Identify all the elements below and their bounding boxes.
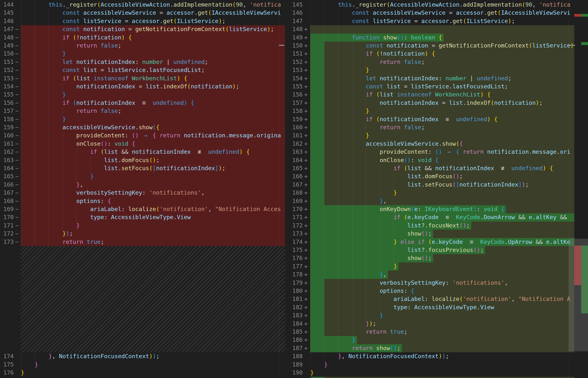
code-line[interactable]: 178+}, <box>285 270 588 279</box>
code-line[interactable]: 164+onClose(): void { <box>285 156 588 164</box>
code-line[interactable]: 151+if (!notification) { <box>285 50 588 58</box>
code-line[interactable]: 152−const list = listService.lastFocused… <box>0 66 285 74</box>
code-line[interactable]: 184+}); <box>285 320 588 328</box>
code-line[interactable]: 159+if (notificationIndex ≡ undefined) { <box>285 115 588 124</box>
code-line[interactable]: 168+} <box>285 189 588 197</box>
code-line[interactable]: 156−if (notificationIndex ≡ undefined) { <box>0 99 285 107</box>
code-line[interactable]: 149−return false; <box>0 42 285 50</box>
code-line[interactable]: 170+onKeyDown(e: IKeyboardEvent): void { <box>285 205 588 214</box>
code-content: const notification = getNotificationFrom… <box>21 25 285 33</box>
code-line[interactable]: 163−list.domFocus(); <box>0 156 285 164</box>
code-line[interactable]: 153−if (list instanceof WorkbenchList) { <box>0 74 285 83</box>
code-line[interactable]: 163+provideContent: () ⇒ { return notifi… <box>285 148 588 156</box>
code-line[interactable]: 176} <box>0 369 285 377</box>
code-line[interactable]: 175+list?.focusPrevious(); <box>285 246 588 254</box>
code-line[interactable]: 189} <box>285 361 588 369</box>
code-line[interactable]: 158+} <box>285 107 588 115</box>
code-line[interactable]: 155+const list = listService.lastFocused… <box>285 82 588 91</box>
code-line[interactable]: 162+accessibleViewService.show({ <box>285 140 588 148</box>
code-line[interactable]: 180+options: { <box>285 287 588 295</box>
modified-editor-pane[interactable]: 144});145this._register(AccessibleViewAc… <box>285 0 588 378</box>
code-line[interactable]: 160−provideContent: () ⇒ { return notifi… <box>0 132 285 140</box>
code-line[interactable]: 171+if (e.keyCode ≡ KeyCode.DownArrow &&… <box>285 213 588 222</box>
code-line[interactable]: 144this._register(AccessibleViewAction.a… <box>0 1 285 9</box>
code-line[interactable]: 174}, NotificationFocusedContext)); <box>0 352 285 361</box>
code-line[interactable]: 167−verbositySettingKey: 'notifications'… <box>0 189 285 197</box>
code-line[interactable]: 191+ <box>285 377 588 378</box>
token: ( <box>97 1 100 8</box>
code-line[interactable]: 154−notificationIndex = list.indexOf(not… <box>0 82 285 91</box>
code-line[interactable]: 173+show(); <box>285 230 588 238</box>
line-number: 159 <box>285 115 303 123</box>
code-line[interactable]: 175} <box>0 361 285 369</box>
code-line[interactable]: 152+return false; <box>285 58 588 66</box>
code-line[interactable]: 148+ <box>285 25 588 34</box>
code-line[interactable]: 181+ariaLabel: localize('notification', … <box>285 295 588 303</box>
code-line[interactable]: 185+return true; <box>285 328 588 336</box>
code-line[interactable]: 160+return false; <box>285 123 588 132</box>
code-line[interactable]: 153+} <box>285 66 588 74</box>
token: : <box>439 75 445 82</box>
code-line[interactable]: 166+list.domFocus(); <box>285 172 588 181</box>
code-line[interactable]: 146const accessibleViewService = accesso… <box>285 9 588 17</box>
gutter-cell: 176+ <box>285 254 310 262</box>
code-line[interactable]: 190} <box>285 369 588 377</box>
code-line[interactable]: 165−} <box>0 172 285 181</box>
code-line[interactable]: 168−options: { <box>0 197 285 205</box>
diff-sign: + <box>303 172 309 180</box>
code-line[interactable]: 156+if (list instanceof WorkbenchList) { <box>285 91 588 99</box>
indent-guide <box>352 320 366 328</box>
code-line[interactable]: 172−}); <box>0 230 285 238</box>
code-line[interactable]: 164−list.setFocus([notificationIndex]); <box>0 164 285 173</box>
token: accessibleViewService <box>373 9 445 16</box>
code-line[interactable]: 177+} <box>285 262 588 271</box>
code-line[interactable]: 183+} <box>285 311 588 320</box>
code-line[interactable]: 167+list.setFocus([notificationIndex]); <box>285 181 588 189</box>
code-line[interactable]: 166−}, <box>0 181 285 189</box>
code-line[interactable]: 150−} <box>0 50 285 58</box>
code-line[interactable]: 171−} <box>0 222 285 230</box>
code-line[interactable]: 179+verbositySettingKey: 'notifications'… <box>285 279 588 287</box>
code-line[interactable]: 158−} <box>0 115 285 124</box>
code-line[interactable]: 170−type: AccessibleViewType.View <box>0 213 285 222</box>
code-line[interactable]: 145const accessibleViewService = accesso… <box>0 9 285 17</box>
code-line[interactable]: 146const listService = accessor.get(ILis… <box>0 17 285 26</box>
code-line[interactable]: 188}, NotificationFocusedContext)); <box>285 352 588 361</box>
code-line[interactable]: 176+show(); <box>285 254 588 262</box>
code-line[interactable]: 172+list?.focusNext(); <box>285 222 588 230</box>
code-line[interactable]: 182+type: AccessibleViewType.View <box>285 303 588 312</box>
scrollbar-slider[interactable] <box>569 239 588 351</box>
code-line[interactable]: 174+} else if (e.keyCode ≡ KeyCode.UpArr… <box>285 238 588 246</box>
code-line[interactable]: 161+} <box>285 132 588 140</box>
token: indexOf <box>163 83 187 90</box>
code-content: return true; <box>310 328 574 336</box>
code-line[interactable]: 155−} <box>0 91 285 99</box>
code-line[interactable]: 186+} <box>285 336 588 344</box>
code-line[interactable]: 154+let notificationIndex: number | unde… <box>285 74 588 83</box>
code-line[interactable]: 150+const notification = getNotification… <box>285 42 588 50</box>
code-line[interactable]: 169−ariaLabel: localize('notification', … <box>0 205 285 214</box>
code-line[interactable]: 165+if (list && notificationIndex ≢ unde… <box>285 164 588 173</box>
code-line[interactable]: 148−if (!notification) { <box>0 34 285 42</box>
code-line[interactable]: 177 <box>0 377 285 378</box>
code-line[interactable]: 187+return show(); <box>285 344 588 352</box>
code-line[interactable]: 147−const notification = getNotification… <box>0 25 285 34</box>
code-line[interactable]: 151−let notificationIndex: number | unde… <box>0 58 285 66</box>
code-line[interactable]: 159−accessibleViewService.show({ <box>0 123 285 132</box>
code-line[interactable]: 169+}, <box>285 197 588 205</box>
gutter-cell: 171+ <box>285 213 310 221</box>
code-line[interactable]: 162−if (list && notificationIndex ≢ unde… <box>0 148 285 156</box>
indent-guide <box>324 311 338 320</box>
indent-guide <box>310 352 324 360</box>
original-editor-pane[interactable]: 143});144this._register(AccessibleViewAc… <box>0 0 285 378</box>
code-line[interactable]: 149+function show(): boolean { <box>285 34 588 42</box>
code-line[interactable]: 157+notificationIndex = list.indexOf(not… <box>285 99 588 107</box>
indent-guide <box>380 295 394 303</box>
code-line[interactable]: 147const listService = accessor.get(ILis… <box>285 17 588 26</box>
code-line[interactable]: 145this._register(AccessibleViewAction.a… <box>285 1 588 9</box>
code-line[interactable]: 161−onClose(): void { <box>0 140 285 148</box>
token: e <box>407 214 411 221</box>
code-line[interactable]: 157−return false; <box>0 107 285 115</box>
code-line[interactable]: 173−return true; <box>0 238 285 246</box>
token: : <box>142 189 149 196</box>
